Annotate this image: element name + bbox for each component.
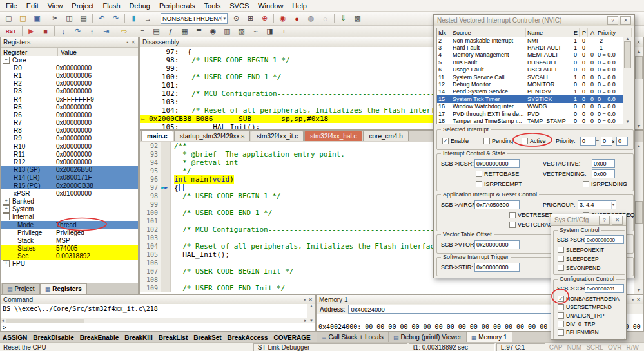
register-row-r4[interactable]: R40xFFFFFFF9 bbox=[1, 95, 138, 103]
tab-debug-printf-viewer[interactable]: ▤Debug (printf) Viewer bbox=[389, 332, 467, 342]
register-group-system[interactable]: +System bbox=[1, 205, 138, 213]
scroll-thumb[interactable] bbox=[635, 56, 643, 79]
open-icon[interactable]: ◰ bbox=[16, 12, 30, 24]
nvic-row-tamp-stamp[interactable]: 18Tamper and TimeStamp i...TAMP_STAMP000… bbox=[437, 117, 623, 124]
cut-icon[interactable]: ✂ bbox=[48, 12, 62, 24]
registers-window-icon[interactable]: ▦ bbox=[178, 25, 191, 37]
scroll-up-icon[interactable]: ▲ bbox=[637, 142, 641, 149]
active-checkbox[interactable] bbox=[522, 138, 528, 144]
save-icon[interactable]: ▣ bbox=[30, 12, 44, 24]
command-keyword-assign[interactable]: ASSIGN bbox=[3, 334, 27, 341]
priority-sub-input[interactable]: 0 bbox=[616, 137, 628, 146]
scroll-track[interactable] bbox=[623, 41, 632, 120]
close-icon[interactable]: ✕ bbox=[612, 216, 623, 225]
run-icon[interactable]: ▶ bbox=[24, 25, 38, 37]
scb-stir-field[interactable]: 0x00000000 bbox=[474, 263, 520, 272]
nvic-row-busfault[interactable]: 5Bus FaultBUSFAULT0000 = 0.0 bbox=[437, 59, 623, 66]
incremental-find-icon[interactable]: ⊕ bbox=[258, 12, 271, 24]
close-icon[interactable]: ✕ bbox=[636, 39, 641, 45]
disassembly-scrollbar[interactable]: ▲ ▼ bbox=[634, 47, 643, 129]
register-row-r15-pc[interactable]: R15 (PC)0x2000CB38 bbox=[1, 182, 138, 189]
register-row-stack[interactable]: StackMSP bbox=[1, 236, 138, 244]
nvic-row-systick[interactable]: 15System Tick TimerSYSTICK1000 = 0.0 bbox=[437, 95, 623, 102]
scb-vtor-field[interactable]: 0x20000000 bbox=[474, 240, 520, 249]
nvic-row-hardfault[interactable]: 3Hard FaultHARDFAULT10-1 bbox=[437, 44, 623, 51]
scroll-down-icon[interactable]: ▼ bbox=[637, 286, 641, 294]
register-row-r3[interactable]: R30x00000000 bbox=[1, 88, 138, 95]
enable-checkbox[interactable]: ✓ bbox=[442, 138, 449, 144]
show-next-statement-icon[interactable]: ⇨ bbox=[117, 25, 131, 37]
redo-icon[interactable]: ↷ bbox=[109, 12, 122, 24]
rettobase-checkbox[interactable] bbox=[476, 171, 482, 177]
start-stop-debug-icon[interactable]: ◉ bbox=[276, 12, 289, 24]
menu-flash[interactable]: Flash bbox=[99, 1, 125, 10]
symbol-window-icon[interactable]: ƒ bbox=[164, 25, 177, 37]
register-row-r2[interactable]: R20x00000000 bbox=[1, 80, 138, 88]
command-vscrollbar[interactable]: ▲ ▼ bbox=[307, 304, 315, 323]
disable-breakpoint-icon[interactable]: ◍ bbox=[304, 12, 318, 24]
register-row-r10[interactable]: R100x00000000 bbox=[1, 142, 138, 150]
command-keyword-breakkill[interactable]: BreakKill bbox=[124, 334, 152, 341]
pin-icon[interactable]: ▪ bbox=[304, 297, 306, 303]
register-row-r0[interactable]: R00x00000000 bbox=[1, 64, 138, 71]
usersetmpend-checkbox[interactable] bbox=[558, 304, 564, 310]
system-viewer-icon[interactable]: ◨ bbox=[263, 25, 277, 37]
stop-icon[interactable]: ■ bbox=[39, 25, 52, 37]
command-input[interactable]: > bbox=[1, 323, 315, 331]
menu-debug[interactable]: Debug bbox=[125, 1, 155, 10]
command-keyword-breakenable[interactable]: BreakEnable bbox=[80, 334, 119, 341]
nvic-dialog-titlebar[interactable]: Nested Vectored Interrupt Controller (NV… bbox=[434, 15, 634, 26]
target-options-icon[interactable]: ▩ bbox=[351, 12, 364, 24]
register-row-r13-sp[interactable]: R13 (SP)0x20026B50 bbox=[1, 166, 138, 174]
close-icon[interactable]: ✕ bbox=[308, 297, 313, 303]
copy-icon[interactable]: ◫ bbox=[63, 12, 76, 24]
menu-svcs[interactable]: SVCS bbox=[225, 1, 253, 10]
priority-input[interactable]: 0 bbox=[580, 137, 596, 146]
register-row-privilege[interactable]: PrivilegePrivileged bbox=[1, 229, 138, 236]
tree-toggle-icon[interactable]: − bbox=[3, 213, 10, 220]
pin-icon[interactable]: ▪ bbox=[632, 297, 634, 303]
tree-toggle-icon[interactable]: + bbox=[3, 205, 10, 213]
div-0-trp-checkbox[interactable] bbox=[558, 321, 564, 327]
command-window-icon[interactable]: ≡ bbox=[135, 25, 149, 37]
kill-breakpoints-icon[interactable]: ◌ bbox=[318, 12, 332, 24]
help-icon[interactable]: ? bbox=[607, 16, 618, 25]
nvic-row-memfault[interactable]: 4Memory ManagementMEMFAULT0000 = 0.0 bbox=[437, 52, 623, 59]
register-group-fpu[interactable]: +FPU bbox=[1, 260, 138, 268]
step-into-icon[interactable]: ↓ bbox=[57, 25, 70, 37]
sleepdeep-checkbox[interactable] bbox=[558, 256, 564, 262]
nvic-row-nmi[interactable]: 2Non-maskable InterruptNMI10-2 bbox=[437, 37, 623, 44]
isrpreempt-checkbox[interactable] bbox=[476, 181, 482, 187]
register-row-r8[interactable]: R80x00000000 bbox=[1, 127, 138, 135]
registers-panel-header[interactable]: Registers ▪ ✕ bbox=[1, 37, 138, 48]
menu-tools[interactable]: Tools bbox=[200, 1, 226, 10]
watch-window-icon[interactable]: ◉ bbox=[206, 25, 220, 37]
tree-toggle-icon[interactable]: − bbox=[3, 57, 10, 64]
serial-window-icon[interactable]: ▧ bbox=[235, 25, 248, 37]
editor-scrollbar[interactable]: ▲ ▼ bbox=[634, 142, 643, 294]
close-icon[interactable]: ✕ bbox=[620, 16, 631, 25]
analysis-window-icon[interactable]: ~ bbox=[249, 25, 262, 37]
sleeponexit-checkbox[interactable] bbox=[558, 247, 564, 253]
register-row-sec[interactable]: Sec0.00318892 bbox=[1, 252, 138, 260]
paste-icon[interactable]: ▤ bbox=[77, 12, 90, 24]
register-row-r7[interactable]: R70x00000000 bbox=[1, 119, 138, 127]
register-row-states[interactable]: States574005 bbox=[1, 245, 138, 252]
tab-startup-stm32f429xx-s[interactable]: startup_stm32f429xx.s bbox=[174, 131, 251, 141]
undo-icon[interactable]: ↶ bbox=[95, 12, 108, 24]
isrpending-checkbox[interactable] bbox=[583, 181, 589, 187]
priority-group-input[interactable]: 0 bbox=[601, 137, 612, 146]
bookmark-icon[interactable]: ▮ bbox=[127, 12, 141, 24]
nvic-row-pendsv[interactable]: 14Pend System ServicePENDSV1000 = 0.0 bbox=[437, 88, 623, 95]
pin-icon[interactable]: ▪ bbox=[126, 39, 128, 45]
menu-help[interactable]: Help bbox=[288, 1, 311, 10]
scroll-thumb[interactable] bbox=[624, 41, 631, 68]
close-icon[interactable]: ✕ bbox=[636, 297, 641, 303]
new-file-icon[interactable]: ▢ bbox=[2, 12, 15, 24]
register-row-r9[interactable]: R90x00000000 bbox=[1, 135, 138, 142]
nvic-row-wwdg[interactable]: 16Window Watchdog inter...WWDG0000 = 0.0 bbox=[437, 103, 623, 110]
pending-checkbox[interactable] bbox=[483, 138, 490, 144]
call-stack-window-icon[interactable]: ≣ bbox=[192, 25, 206, 37]
close-icon[interactable]: ✕ bbox=[131, 39, 135, 45]
scroll-track[interactable] bbox=[634, 149, 643, 286]
